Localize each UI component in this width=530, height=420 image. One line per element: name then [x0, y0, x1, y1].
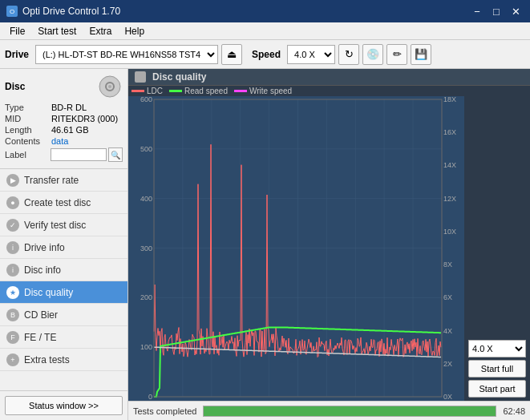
nav-cd-bier[interactable]: B CD Bier [0, 304, 127, 326]
menu-help[interactable]: Help [118, 24, 151, 38]
type-label: Type [5, 103, 51, 112]
content-area: Disc quality LDC Read speed [128, 69, 530, 420]
menu-start-test[interactable]: Start test [31, 24, 83, 38]
transfer-rate-icon: ▶ [6, 174, 19, 187]
chart-header-icon [135, 71, 146, 83]
nav-fe-te[interactable]: F FE / TE [0, 326, 127, 349]
window-controls: − □ ✕ [469, 3, 524, 19]
read-speed-color [169, 90, 182, 92]
nav-drive-info[interactable]: i Drive info [0, 236, 127, 259]
progress-bar [204, 406, 496, 416]
disc-panel: Disc Type BD-R DL MID RITEKDR3 (000) [0, 69, 127, 169]
start-part-button[interactable]: Start part [468, 380, 526, 398]
nav-fe-te-label: FE / TE [24, 332, 56, 343]
app-icon: O [6, 6, 18, 17]
nav-create-test-disc[interactable]: ● Create test disc [0, 192, 127, 214]
type-value: BD-R DL [51, 103, 87, 112]
mid-label: MID [5, 114, 51, 123]
maximize-button[interactable]: □ [488, 3, 504, 19]
status-window-button[interactable]: Status window >> [5, 396, 123, 415]
nav-disc-quality[interactable]: ★ Disc quality [0, 281, 127, 304]
ldc-label: LDC [147, 87, 163, 95]
speed-label: Speed [252, 49, 281, 60]
cd-bier-icon: B [6, 309, 19, 321]
top-chart-legend: LDC Read speed Write speed [128, 86, 464, 96]
sidebar-bottom: Status window >> [0, 390, 127, 420]
nav-transfer-rate[interactable]: ▶ Transfer rate [0, 169, 127, 192]
sidebar: Disc Type BD-R DL MID RITEKDR3 (000) [0, 69, 128, 420]
eject-button[interactable]: ⏏ [221, 44, 242, 65]
nav-disc-quality-label: Disc quality [24, 287, 73, 298]
mid-value: RITEKDR3 (000) [51, 114, 118, 123]
status-text: Tests completed [133, 406, 196, 416]
menu-extra[interactable]: Extra [83, 24, 118, 38]
svg-point-2 [108, 85, 111, 88]
length-label: Length [5, 125, 51, 135]
extra-tests-icon: + [6, 353, 19, 366]
nav-create-label: Create test disc [24, 197, 91, 208]
nav-items: ▶ Transfer rate ● Create test disc ✓ Ver… [0, 169, 127, 390]
nav-disc-info-label: Disc info [24, 265, 61, 276]
refresh-button[interactable]: ↻ [338, 44, 359, 65]
chart-header: Disc quality [128, 69, 530, 86]
contents-label: Contents [5, 136, 51, 146]
label-label: Label [5, 150, 51, 160]
top-chart-canvas [128, 96, 464, 401]
start-full-button[interactable]: Start full [468, 360, 526, 378]
legend-write-speed: Write speed [234, 87, 292, 95]
nav-transfer-rate-label: Transfer rate [24, 175, 79, 186]
nav-verify-test-disc[interactable]: ✓ Verify test disc [0, 214, 127, 236]
progress-container [203, 406, 496, 417]
main-layout: Disc Type BD-R DL MID RITEKDR3 (000) [0, 69, 530, 420]
drive-select[interactable]: (L:) HL-DT-ST BD-RE WH16NS58 TST4 [35, 45, 218, 64]
nav-drive-info-label: Drive info [24, 242, 65, 253]
disc-icon [97, 74, 123, 99]
create-test-icon: ● [6, 196, 19, 209]
minimize-button[interactable]: − [469, 3, 485, 19]
fe-te-icon: F [6, 331, 19, 344]
read-speed-label: Read speed [184, 87, 228, 95]
disc-quality-icon: ★ [6, 286, 19, 299]
chart-title: Disc quality [152, 71, 206, 83]
speed-select[interactable]: 4.0 X [287, 45, 335, 64]
toolbar: Drive (L:) HL-DT-ST BD-RE WH16NS58 TST4 … [0, 40, 530, 69]
save-button[interactable]: 💾 [411, 44, 431, 65]
disc-info-icon: i [6, 264, 19, 277]
drive-label: Drive [5, 49, 29, 60]
ldc-color [131, 90, 144, 92]
nav-extra-tests[interactable]: + Extra tests [0, 349, 127, 371]
write-button[interactable]: ✏ [386, 44, 407, 65]
write-speed-label: Write speed [249, 87, 292, 95]
nav-cd-bier-label: CD Bier [24, 309, 58, 321]
title-bar: O Opti Drive Control 1.70 − □ ✕ [0, 0, 530, 22]
nav-extra-tests-label: Extra tests [24, 354, 70, 365]
menu-file[interactable]: File [3, 24, 31, 38]
legend-ldc: LDC [131, 87, 163, 95]
menu-bar: File Start test Extra Help [0, 22, 530, 40]
app-title: Opti Drive Control 1.70 [22, 6, 120, 17]
label-input[interactable] [51, 148, 107, 161]
nav-verify-label: Verify test disc [24, 220, 86, 231]
write-speed-color [234, 90, 247, 92]
disc-button[interactable]: 💿 [362, 44, 383, 65]
bottom-status-bar: Tests completed 62:48 [128, 401, 530, 420]
contents-value: data [51, 136, 68, 146]
time-text: 62:48 [503, 406, 525, 416]
nav-disc-info[interactable]: i Disc info [0, 259, 127, 281]
title-bar-left: O Opti Drive Control 1.70 [6, 6, 120, 17]
drive-info-icon: i [6, 241, 19, 254]
length-value: 46.61 GB [51, 125, 88, 135]
disc-panel-title: Disc [5, 81, 25, 92]
legend-read-speed: Read speed [169, 87, 228, 95]
label-search-button[interactable]: 🔍 [108, 147, 123, 162]
quality-speed-select[interactable]: 4.0 X [468, 340, 526, 357]
close-button[interactable]: ✕ [508, 3, 524, 19]
verify-icon: ✓ [6, 219, 19, 232]
